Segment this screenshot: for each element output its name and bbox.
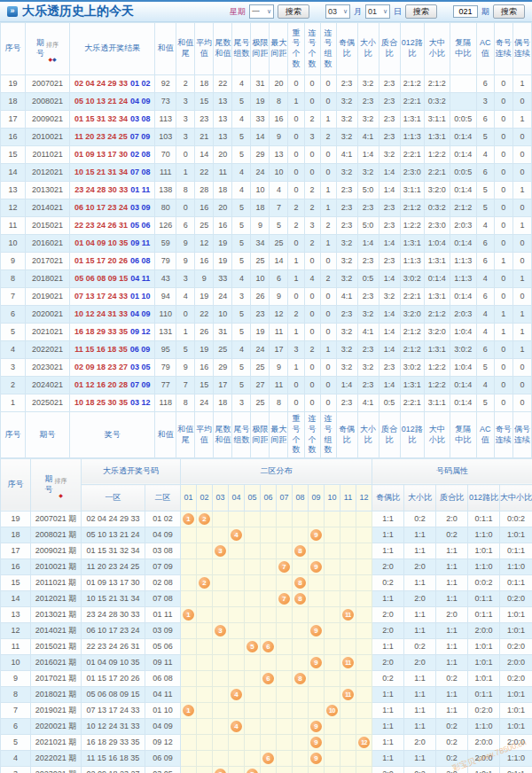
zone2-cell: 03 05 bbox=[145, 767, 181, 773]
issue-input[interactable] bbox=[453, 5, 478, 18]
zone2-cell: 06 08 bbox=[145, 671, 181, 687]
stat-cell: 19 bbox=[214, 235, 232, 253]
sort-desc-icon[interactable]: ◆ bbox=[52, 57, 57, 62]
stat-cell: 1 bbox=[288, 270, 304, 288]
stat-cell: 0 bbox=[512, 93, 531, 111]
issue-cell: 2022021 bbox=[26, 341, 70, 359]
week-search-button[interactable]: 搜索 bbox=[278, 4, 309, 19]
stat-cell: 1 bbox=[320, 182, 336, 199]
col2-issue-sort[interactable]: 期 号 排序 ◆ bbox=[31, 458, 82, 511]
dist-cell bbox=[325, 511, 340, 527]
dist-cell bbox=[277, 543, 293, 559]
stat-cell: 2:3 bbox=[357, 93, 379, 111]
stat-cell: 19 bbox=[195, 288, 214, 306]
month-select[interactable]: 03 ∨ bbox=[325, 4, 350, 19]
attr-cell: 1:1 bbox=[404, 607, 436, 623]
stat-cell: 0 bbox=[494, 182, 512, 199]
day-select[interactable]: 01 ∨ bbox=[365, 4, 390, 19]
stat-cell: 2:3 bbox=[379, 199, 400, 217]
stat-cell: 3:2 bbox=[357, 75, 379, 93]
attr-cell: 2:0:0 bbox=[468, 623, 500, 639]
back-ball: 3 bbox=[215, 545, 226, 557]
stat-cell: 2 bbox=[320, 129, 336, 146]
stat-cell: 1:1:3 bbox=[450, 253, 476, 270]
stat-cell: 6 bbox=[476, 288, 494, 306]
dist-cell bbox=[261, 607, 277, 623]
dist-cell bbox=[261, 623, 277, 639]
stat-cell: 1 bbox=[494, 253, 512, 270]
stat-cell: 0 bbox=[288, 394, 304, 412]
issue-cell: 2025021 bbox=[26, 394, 70, 412]
dist-cell bbox=[261, 575, 277, 591]
stat-cell: 1 bbox=[512, 270, 531, 288]
seq-cell: 18 bbox=[1, 527, 31, 543]
stat-cell: 1:0:4 bbox=[424, 235, 450, 253]
stat-cell: 92 bbox=[155, 75, 176, 93]
dist-cell bbox=[229, 511, 245, 527]
date-search-button[interactable]: 搜索 bbox=[405, 4, 437, 19]
sort-asc-icon[interactable]: ◆ bbox=[59, 493, 63, 498]
col-012-road: 012路 比 bbox=[400, 23, 424, 75]
front-zone-numbers: 06 10 17 23 24 bbox=[74, 203, 128, 212]
zone1-cell: 01 04 09 10 35 bbox=[82, 655, 145, 671]
attr-cell: 0:2 bbox=[436, 527, 468, 543]
issue-cell: 2018021 bbox=[26, 270, 70, 288]
col2-attr-0: 奇偶比 bbox=[372, 485, 404, 511]
dist-cell bbox=[261, 511, 277, 527]
dist-cell bbox=[277, 623, 293, 639]
table1-row: 13201302123 24 28 30 3301 11138828184104… bbox=[1, 182, 532, 199]
fcol-average: 平均 值 bbox=[195, 412, 214, 458]
stat-cell: 0 bbox=[304, 324, 320, 341]
stat-cell: 4 bbox=[232, 182, 251, 199]
table1-row: 17200902101 15 31 32 3403 08113323134331… bbox=[1, 111, 532, 129]
sort-widget[interactable]: 排序 ◆ bbox=[55, 472, 67, 499]
stat-cell: 0 bbox=[494, 270, 512, 288]
issue-search-button[interactable]: 搜索 bbox=[493, 4, 525, 19]
stat-cell: 79 bbox=[155, 253, 176, 270]
stat-cell: 1:4 bbox=[379, 182, 400, 199]
front-zone-numbers: 01 15 17 20 26 bbox=[74, 256, 128, 265]
dist-cell bbox=[197, 719, 213, 735]
front-zone-numbers: 01 04 09 10 35 bbox=[74, 238, 128, 247]
attr-cell: 1:1 bbox=[372, 543, 404, 559]
dist-cell bbox=[229, 655, 245, 671]
back-ball: 11 bbox=[342, 657, 354, 668]
dist-cell bbox=[197, 591, 213, 607]
table1-row: 19200702102 04 24 29 3301 02922182243120… bbox=[1, 75, 532, 93]
fcol-sum: 和值 bbox=[155, 412, 176, 458]
stat-cell: 23 bbox=[195, 111, 214, 129]
stat-cell: 5 bbox=[232, 129, 251, 146]
dist-cell bbox=[340, 639, 356, 655]
stat-cell: 8 bbox=[176, 182, 195, 199]
attr-cell: 0:2 bbox=[436, 671, 468, 687]
stat-cell: 5 bbox=[232, 199, 251, 217]
stat-cell: 118 bbox=[155, 394, 176, 412]
dist-cell bbox=[340, 735, 356, 751]
week-select[interactable]: 一 ∨ bbox=[249, 4, 274, 19]
stat-cell: 2:2:1 bbox=[400, 146, 424, 164]
table2-row: 82018021 期05 06 08 09 1504 114111:11:11:… bbox=[1, 687, 532, 703]
col-prime-composite: 质合 比 bbox=[379, 23, 400, 75]
table1-row: 8201802105 06 08 09 1504 114339334106142… bbox=[1, 270, 532, 288]
stat-cell: 2:1:2 bbox=[400, 341, 424, 359]
stat-cell: 20 bbox=[214, 199, 232, 217]
dist-cell bbox=[340, 559, 356, 575]
front-zone-numbers: 10 12 24 31 33 bbox=[74, 309, 128, 318]
col-issue-sort[interactable]: 期 号 排序 ◆◆ bbox=[26, 23, 70, 75]
attr-cell: 1:1 bbox=[404, 543, 436, 559]
fcol-consecutive-groups: 连号 组数 bbox=[320, 412, 336, 458]
stat-cell: 5 bbox=[232, 93, 251, 111]
dist-cell bbox=[229, 751, 245, 767]
stat-cell: 0 bbox=[320, 359, 336, 377]
sort-widget[interactable]: 排序 ◆◆ bbox=[46, 35, 59, 63]
table2-row: 32023021 期02 09 18 23 2703 05352:00:22:0… bbox=[1, 767, 532, 773]
search-controls: 星期 一 ∨ 搜索 03 ∨ 月 01 ∨ 日 搜索 期 搜索 bbox=[230, 4, 525, 19]
back-zone-numbers: 03 09 bbox=[130, 203, 151, 212]
stat-cell: 1:4 bbox=[379, 324, 400, 341]
stat-cell: 5 bbox=[176, 341, 195, 359]
dist-cell bbox=[245, 559, 261, 575]
stat-cell: 95 bbox=[155, 341, 176, 359]
dist-cell: 4 bbox=[229, 527, 245, 543]
dist-cell: 7 bbox=[277, 559, 293, 575]
front-zone-numbers: 05 10 13 21 24 bbox=[74, 97, 128, 105]
